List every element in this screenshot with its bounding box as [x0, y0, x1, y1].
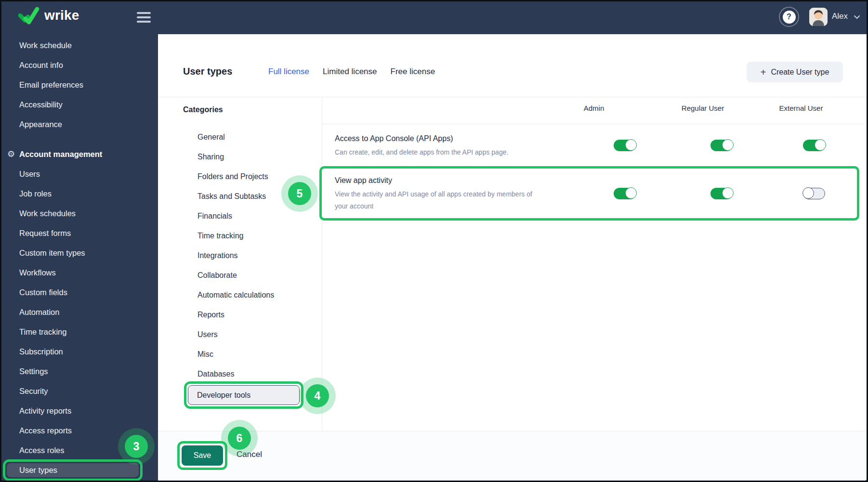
license-tabs: Full license Limited license Free licens…	[268, 67, 435, 77]
wrike-logo[interactable]: wrike	[17, 6, 79, 25]
sidebar-section-account-management[interactable]: ⚙ Account management	[0, 144, 158, 164]
question-mark-icon: ?	[783, 11, 796, 24]
category-item-automatic-calculations[interactable]: Automatic calculations	[197, 285, 274, 305]
permission-title-app-console: Access to App Console (API Apps)	[335, 134, 453, 143]
category-item-users[interactable]: Users	[197, 325, 274, 344]
categories-list: GeneralSharingFolders and ProjectsTasks …	[197, 127, 274, 384]
chevron-down-icon[interactable]	[854, 15, 860, 19]
toggle-app-console-admin[interactable]	[614, 140, 636, 151]
category-item-time-tracking[interactable]: Time tracking	[197, 226, 274, 246]
hamburger-menu-icon[interactable]	[137, 12, 151, 25]
toggle-view-activity-admin[interactable]	[614, 188, 636, 199]
sidebar-top-list: Work scheduleAccount infoEmail preferenc…	[0, 36, 158, 134]
sidebar: Work scheduleAccount infoEmail preferenc…	[0, 34, 158, 482]
table-header-divider	[322, 124, 864, 124]
sidebar-item-security[interactable]: Security	[0, 381, 158, 401]
category-item-reports[interactable]: Reports	[197, 305, 274, 325]
sidebar-item-work-schedule[interactable]: Work schedule	[0, 36, 158, 55]
annotation-badge-4: 4	[299, 378, 336, 414]
brand-text: wrike	[44, 8, 79, 23]
save-button[interactable]: Save	[182, 445, 223, 466]
permission-desc-view-activity: View the activity and API usage of all a…	[335, 188, 542, 212]
tab-free-license[interactable]: Free license	[391, 67, 435, 77]
sidebar-item-users[interactable]: Users	[0, 164, 158, 184]
annotation-box-user-types: User types	[3, 459, 143, 481]
content-panel: User types Full license Limited license …	[158, 34, 868, 482]
permission-title-view-activity: View app activity	[335, 176, 392, 185]
categories-heading: Categories	[183, 105, 223, 114]
app-window: wrike ? Alex Work scheduleAccount infoEm…	[0, 0, 868, 482]
footer	[158, 431, 868, 482]
tab-full-license[interactable]: Full license	[268, 67, 309, 77]
sidebar-item-settings[interactable]: Settings	[0, 362, 158, 381]
category-item-tasks-and-subtasks[interactable]: Tasks and Subtasks	[197, 186, 274, 206]
sidebar-section-label: Account management	[19, 150, 102, 158]
avatar[interactable]	[809, 8, 828, 26]
sidebar-item-job-roles[interactable]: Job roles	[0, 184, 158, 204]
sidebar-item-request-forms[interactable]: Request forms	[0, 223, 158, 243]
sidebar-item-email-preferences[interactable]: Email preferences	[0, 75, 158, 95]
sidebar-item-workflows[interactable]: Workflows	[0, 263, 158, 283]
footer-divider	[158, 431, 868, 431]
header-divider	[158, 97, 868, 97]
column-header-external-user: External User	[763, 104, 840, 112]
help-button[interactable]: ?	[779, 7, 799, 27]
sidebar-item-custom-fields[interactable]: Custom fields	[0, 283, 158, 302]
plus-icon: +	[761, 67, 766, 77]
permission-desc-app-console: Can create, edit, and delete apps from t…	[335, 146, 508, 158]
sidebar-item-user-types-selected[interactable]: User types	[7, 463, 139, 477]
category-item-general[interactable]: General	[197, 127, 274, 147]
toggle-app-console-regular[interactable]	[710, 140, 733, 151]
topbar: wrike ? Alex	[0, 0, 868, 34]
column-header-regular-user: Regular User	[664, 104, 741, 112]
sidebar-item-time-tracking[interactable]: Time tracking	[0, 322, 158, 342]
create-user-type-button[interactable]: + Create User type	[747, 62, 843, 82]
category-item-integrations[interactable]: Integrations	[197, 246, 274, 265]
sidebar-item-activity-reports[interactable]: Activity reports	[0, 401, 158, 421]
annotation-badge-6: 6	[221, 420, 258, 456]
category-item-collaborate[interactable]: Collaborate	[197, 265, 274, 285]
column-header-admin: Admin	[555, 104, 632, 112]
annotation-box-developer-tools: Developer tools	[184, 381, 303, 409]
sidebar-item-account-info[interactable]: Account info	[0, 55, 158, 75]
page-title: User types	[183, 66, 232, 77]
annotation-box-save: Save	[177, 441, 227, 470]
create-user-type-label: Create User type	[771, 68, 829, 77]
annotation-badge-3: 3	[118, 428, 155, 465]
sidebar-item-accessibility[interactable]: Accessibility	[0, 95, 158, 115]
category-item-developer-tools-selected[interactable]: Developer tools	[188, 385, 300, 405]
category-item-financials[interactable]: Financials	[197, 206, 274, 226]
sidebar-account-list: UsersJob rolesWork schedulesRequest form…	[0, 164, 158, 460]
category-item-sharing[interactable]: Sharing	[197, 147, 274, 167]
tab-limited-license[interactable]: Limited license	[323, 67, 377, 77]
wrike-checkmark-icon	[17, 6, 39, 25]
gear-icon: ⚙	[5, 144, 17, 164]
annotation-badge-5: 5	[281, 175, 318, 212]
sidebar-item-subscription[interactable]: Subscription	[0, 342, 158, 362]
sidebar-item-custom-item-types[interactable]: Custom item types	[0, 243, 158, 263]
category-item-misc[interactable]: Misc	[197, 344, 274, 364]
toggle-app-console-external[interactable]	[803, 140, 825, 151]
toggle-view-activity-regular[interactable]	[710, 188, 733, 199]
sidebar-item-work-schedules[interactable]: Work schedules	[0, 204, 158, 223]
toggle-view-activity-external[interactable]	[803, 188, 825, 199]
category-item-folders-and-projects[interactable]: Folders and Projects	[197, 167, 274, 186]
category-item-databases[interactable]: Databases	[197, 364, 274, 384]
sidebar-item-automation[interactable]: Automation	[0, 302, 158, 322]
user-name[interactable]: Alex	[832, 12, 848, 21]
sidebar-item-appearance[interactable]: Appearance	[0, 115, 158, 134]
